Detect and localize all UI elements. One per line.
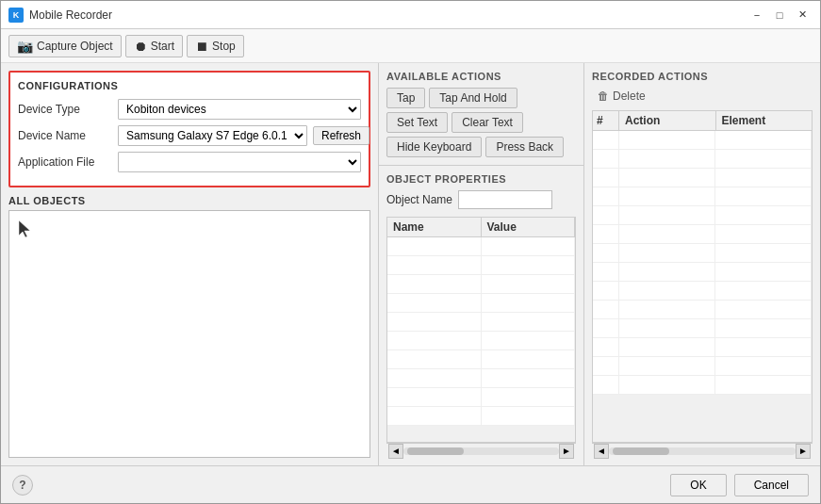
- recorded-horizontal-scrollbar[interactable]: ◄ ►: [592, 443, 813, 458]
- minimize-button[interactable]: −: [747, 6, 767, 24]
- object-properties-title: OBJECT PROPERTIES: [386, 173, 576, 185]
- hide-keyboard-button[interactable]: Hide Keyboard: [386, 137, 482, 157]
- table-row: [387, 275, 575, 294]
- value-column-header: Value: [482, 218, 576, 236]
- start-button[interactable]: ⏺ Start: [125, 35, 183, 57]
- title-bar: K Mobile Recorder − □ ✕: [1, 1, 820, 29]
- capture-object-button[interactable]: 📷 Capture Object: [8, 35, 122, 57]
- rec-scroll-left-button[interactable]: ◄: [594, 444, 609, 459]
- table-row: [387, 369, 575, 388]
- right-panel: RECORDED ACTIONS 🗑 Delete # Action Eleme…: [584, 63, 820, 465]
- table-row: [387, 407, 575, 426]
- table-row: [593, 357, 812, 376]
- action-column-header: Action: [619, 111, 716, 130]
- table-row: [387, 256, 575, 275]
- rec-scroll-right-button[interactable]: ►: [796, 444, 811, 459]
- all-objects-section: ALL OBJECTS: [8, 195, 370, 458]
- device-name-label: Device Name: [18, 129, 112, 142]
- toolbar: 📷 Capture Object ⏺ Start ⏹ Stop: [1, 29, 820, 63]
- camera-icon: 📷: [17, 39, 33, 54]
- recorded-actions-table: # Action Element: [592, 110, 813, 443]
- footer-right: OK Cancel: [670, 474, 809, 496]
- horizontal-scrollbar[interactable]: ◄ ►: [386, 443, 576, 458]
- object-name-row: Object Name: [386, 190, 576, 209]
- press-back-button[interactable]: Press Back: [485, 137, 564, 157]
- ok-button[interactable]: OK: [670, 474, 726, 496]
- delete-button[interactable]: 🗑 Delete: [592, 88, 813, 105]
- scrollbar-track[interactable]: [403, 447, 559, 455]
- tap-button[interactable]: Tap: [386, 88, 425, 108]
- table-row: [593, 282, 812, 301]
- scroll-left-button[interactable]: ◄: [388, 444, 403, 459]
- device-name-row: Device Name Samsung Galaxy S7 Edge 6.0.1…: [18, 125, 361, 146]
- table-row: [593, 206, 812, 225]
- window-controls: − □ ✕: [747, 6, 813, 24]
- action-buttons-group: Tap Tap And Hold Set Text Clear Text Hid…: [386, 88, 576, 157]
- available-actions-title: AVAILABLE ACTIONS: [386, 71, 576, 82]
- object-name-label: Object Name: [386, 193, 452, 206]
- stop-icon: ⏹: [195, 39, 208, 54]
- refresh-button[interactable]: Refresh: [313, 126, 369, 145]
- recorded-rows: [593, 131, 812, 395]
- main-window: K Mobile Recorder − □ ✕ 📷 Capture Object…: [0, 0, 821, 504]
- rec-scrollbar-thumb[interactable]: [613, 447, 669, 455]
- app-file-select[interactable]: [118, 152, 361, 172]
- configurations-title: CONFIGURATIONS: [18, 80, 361, 91]
- table-row: [387, 332, 575, 350]
- table-row: [593, 376, 812, 395]
- close-button[interactable]: ✕: [792, 6, 813, 24]
- app-file-row: Application File: [18, 152, 361, 172]
- table-row: [593, 150, 812, 169]
- properties-rows: [387, 237, 575, 426]
- table-row: [593, 263, 812, 282]
- device-type-select[interactable]: Kobiton devices: [118, 99, 361, 120]
- recorded-table-header: # Action Element: [593, 111, 812, 131]
- main-content: CONFIGURATIONS Device Type Kobiton devic…: [1, 63, 820, 465]
- maximize-button[interactable]: □: [769, 6, 790, 24]
- table-row: [593, 244, 812, 263]
- table-row: [387, 313, 575, 332]
- all-objects-title: ALL OBJECTS: [8, 195, 370, 206]
- device-type-label: Device Type: [18, 103, 112, 116]
- table-row: [387, 294, 575, 313]
- app-file-label: Application File: [18, 155, 112, 169]
- tap-and-hold-button[interactable]: Tap And Hold: [429, 88, 517, 108]
- rec-scrollbar-track[interactable]: [609, 447, 796, 455]
- object-properties-section: OBJECT PROPERTIES Object Name Name Value: [379, 166, 583, 465]
- table-row: [593, 131, 812, 150]
- stop-button[interactable]: ⏹ Stop: [187, 35, 244, 57]
- app-icon: K: [8, 8, 24, 23]
- table-row: [593, 338, 812, 357]
- table-row: [593, 187, 812, 206]
- table-row: [593, 169, 812, 187]
- table-row: [593, 225, 812, 244]
- element-column-header: Element: [716, 111, 813, 130]
- middle-panel: AVAILABLE ACTIONS Tap Tap And Hold Set T…: [378, 63, 584, 465]
- cancel-button[interactable]: Cancel: [734, 474, 809, 496]
- table-row: [593, 301, 812, 319]
- table-row: [387, 388, 575, 407]
- table-row: [387, 237, 575, 256]
- device-type-row: Device Type Kobiton devices: [18, 99, 361, 120]
- number-column-header: #: [593, 111, 619, 130]
- recorded-actions-section: RECORDED ACTIONS 🗑 Delete # Action Eleme…: [584, 63, 820, 465]
- clear-text-button[interactable]: Clear Text: [452, 112, 523, 133]
- scrollbar-thumb[interactable]: [407, 447, 464, 455]
- available-actions-section: AVAILABLE ACTIONS Tap Tap And Hold Set T…: [379, 63, 583, 166]
- scroll-right-button[interactable]: ►: [559, 444, 574, 459]
- configurations-section: CONFIGURATIONS Device Type Kobiton devic…: [8, 71, 370, 187]
- window-title: Mobile Recorder: [29, 8, 747, 22]
- properties-table-header: Name Value: [387, 218, 575, 237]
- trash-icon: 🗑: [598, 89, 609, 103]
- table-row: [387, 350, 575, 369]
- device-name-select[interactable]: Samsung Galaxy S7 Edge 6.0.1: [118, 125, 307, 146]
- left-panel: CONFIGURATIONS Device Type Kobiton devic…: [1, 63, 378, 465]
- set-text-button[interactable]: Set Text: [386, 112, 448, 133]
- objects-area: [8, 210, 370, 458]
- help-button[interactable]: ?: [12, 475, 33, 496]
- object-name-input[interactable]: [458, 190, 552, 209]
- footer: ? OK Cancel: [1, 465, 820, 503]
- cursor-icon: [17, 219, 30, 237]
- name-column-header: Name: [387, 218, 482, 236]
- footer-left: ?: [12, 475, 33, 496]
